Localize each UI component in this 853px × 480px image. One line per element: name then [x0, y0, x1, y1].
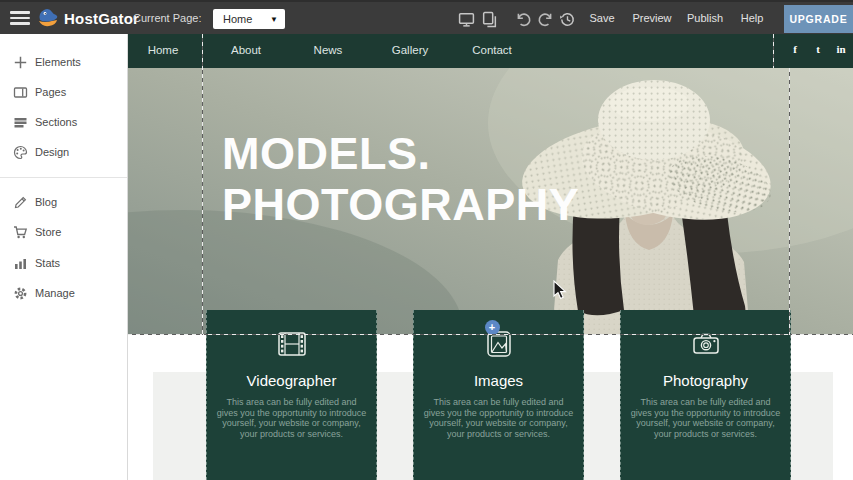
mouse-cursor	[553, 280, 567, 300]
publish-button[interactable]: Publish	[687, 12, 723, 24]
card-title: Photography	[621, 372, 790, 389]
upgrade-button[interactable]: UPGRADE	[784, 5, 853, 33]
site-preview: Home About News Gallery Contact f t in	[128, 34, 853, 480]
history-icon[interactable]	[559, 11, 576, 28]
page-select[interactable]: Home ▼	[213, 9, 285, 29]
card-images[interactable]: + Images This area can be fully edited a…	[413, 310, 584, 480]
hero-title-line2: PHOTOGRAPHY	[222, 179, 579, 230]
sidebar-divider	[0, 177, 127, 178]
sidebar-item-elements[interactable]: Elements	[0, 52, 127, 72]
content-right-dashed-line	[789, 68, 790, 335]
sidebar-item-label: Sections	[35, 116, 77, 128]
help-button[interactable]: Help	[741, 12, 764, 24]
film-icon	[275, 327, 309, 361]
editor-topbar: HostGator Current Page: Home ▼ Save Prev…	[0, 0, 853, 34]
hero-title[interactable]: MODELS. PHOTOGRAPHY	[222, 128, 579, 230]
content-left-dashed-line	[202, 34, 203, 335]
site-nav-news[interactable]: News	[314, 44, 343, 56]
sidebar-item-label: Stats	[35, 257, 60, 269]
sidebar-item-manage[interactable]: Manage	[0, 283, 127, 303]
sidebar-item-pages[interactable]: Pages	[0, 82, 127, 102]
design-icon	[13, 145, 28, 160]
sidebar-item-label: Pages	[35, 86, 66, 98]
desktop-view-icon[interactable]	[458, 11, 475, 28]
sidebar-item-label: Blog	[35, 196, 57, 208]
sidebar-item-design[interactable]: Design	[0, 142, 127, 162]
hero-section[interactable]: MODELS. PHOTOGRAPHY	[128, 68, 853, 335]
undo-icon[interactable]	[515, 11, 532, 28]
brand-name: HostGator	[64, 10, 139, 27]
card-body: This area can be fully edited and gives …	[216, 397, 368, 439]
card-body: This area can be fully edited and gives …	[630, 397, 782, 439]
sidebar-item-label: Store	[35, 226, 61, 238]
card-photography[interactable]: Photography This area can be fully edite…	[620, 310, 791, 480]
redo-icon[interactable]	[537, 11, 554, 28]
sidebar-item-stats[interactable]: Stats	[0, 253, 127, 273]
facebook-icon[interactable]: f	[793, 43, 797, 55]
pages-icon	[13, 85, 28, 100]
sidebar-item-label: Elements	[35, 56, 81, 68]
editor-sidebar: Elements Pages Sections Design Blog	[0, 34, 128, 480]
plus-icon	[13, 55, 28, 70]
manage-icon	[13, 286, 28, 301]
gator-icon	[36, 7, 60, 29]
hostgator-logo: HostGator	[36, 7, 139, 29]
current-page-label: Current Page:	[133, 12, 201, 24]
card-body: This area can be fully edited and gives …	[423, 397, 575, 439]
sidebar-item-sections[interactable]: Sections	[0, 112, 127, 132]
chevron-down-icon: ▼	[270, 15, 278, 24]
card-title: Images	[414, 372, 583, 389]
sidebar-item-store[interactable]: Store	[0, 222, 127, 242]
camera-icon	[689, 327, 723, 361]
navbar-right-dashed-line	[773, 34, 774, 68]
add-image-badge[interactable]: +	[485, 320, 500, 335]
blog-icon	[13, 195, 28, 210]
section-boundary-dashed-line	[128, 334, 853, 335]
save-button[interactable]: Save	[589, 12, 614, 24]
sidebar-item-label: Manage	[35, 287, 75, 299]
page-select-value: Home	[223, 13, 252, 25]
site-nav-contact[interactable]: Contact	[472, 44, 512, 56]
preview-button[interactable]: Preview	[632, 12, 671, 24]
stats-icon	[13, 256, 28, 271]
store-icon	[13, 225, 28, 240]
twitter-icon[interactable]: t	[816, 43, 820, 55]
card-title: Videographer	[207, 372, 376, 389]
site-nav-gallery[interactable]: Gallery	[392, 44, 428, 56]
site-navbar: Home About News Gallery Contact f t in	[128, 34, 853, 68]
linkedin-icon[interactable]: in	[836, 43, 845, 55]
hero-title-line1: MODELS.	[222, 128, 579, 179]
site-nav-home[interactable]: Home	[148, 44, 179, 56]
pages-copy-icon[interactable]	[481, 11, 498, 28]
card-videographer[interactable]: Videographer This area can be fully edit…	[206, 310, 377, 480]
site-nav-about[interactable]: About	[231, 44, 261, 56]
sidebar-item-label: Design	[35, 146, 69, 158]
sidebar-item-blog[interactable]: Blog	[0, 192, 127, 212]
hamburger-icon[interactable]	[10, 11, 30, 27]
sections-icon	[13, 115, 28, 130]
